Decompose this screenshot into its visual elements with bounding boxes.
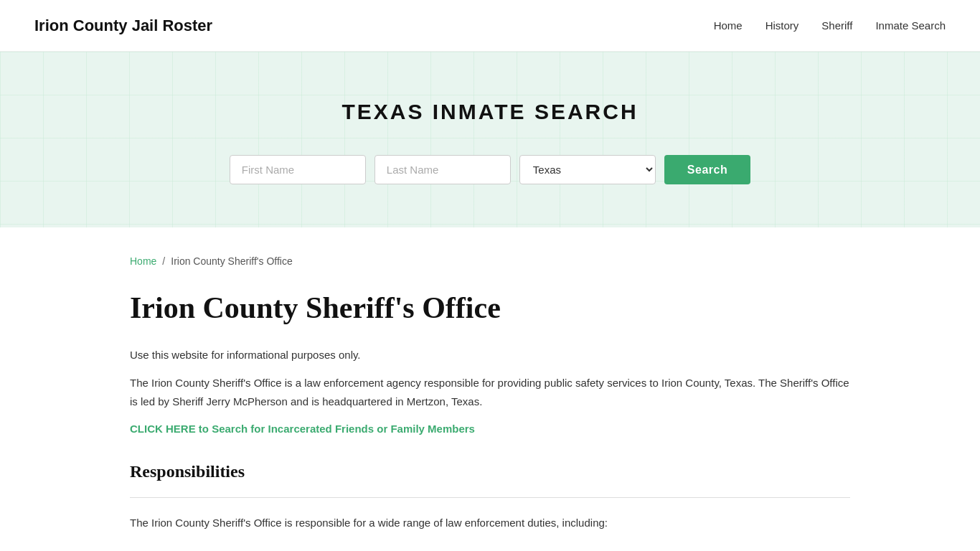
nav-sheriff[interactable]: Sheriff xyxy=(821,17,852,34)
main-content: Home / Irion County Sheriff's Office Iri… xyxy=(95,227,885,551)
search-banner: TEXAS INMATE SEARCH Texas Search xyxy=(0,52,980,227)
search-form: Texas Search xyxy=(14,155,966,184)
state-select[interactable]: Texas xyxy=(519,155,656,184)
breadcrumb-home[interactable]: Home xyxy=(130,253,156,269)
nav-history[interactable]: History xyxy=(765,17,799,34)
last-name-input[interactable] xyxy=(374,155,511,184)
site-nav: Home History Sheriff Inmate Search xyxy=(714,17,946,34)
search-banner-heading: TEXAS INMATE SEARCH xyxy=(14,95,966,129)
responsibilities-heading: Responsibilities xyxy=(130,458,850,485)
first-name-input[interactable] xyxy=(230,155,366,184)
responsibilities-intro: The Irion County Sheriff's Office is res… xyxy=(130,514,850,532)
page-title: Irion County Sheriff's Office xyxy=(130,290,850,326)
intro-disclaimer: Use this website for informational purpo… xyxy=(130,346,850,364)
breadcrumb-current: Irion County Sheriff's Office xyxy=(171,253,292,269)
site-title[interactable]: Irion County Jail Roster xyxy=(34,13,212,38)
section-divider xyxy=(130,497,850,498)
breadcrumb-separator: / xyxy=(162,253,165,269)
cta-search-link[interactable]: CLICK HERE to Search for Incarcerated Fr… xyxy=(130,420,850,438)
search-button[interactable]: Search xyxy=(664,155,750,184)
breadcrumb: Home / Irion County Sheriff's Office xyxy=(130,253,850,269)
nav-home[interactable]: Home xyxy=(714,17,743,34)
site-header: Irion County Jail Roster Home History Sh… xyxy=(0,0,980,52)
nav-inmate-search[interactable]: Inmate Search xyxy=(875,17,946,34)
office-description: The Irion County Sheriff's Office is a l… xyxy=(130,374,850,410)
